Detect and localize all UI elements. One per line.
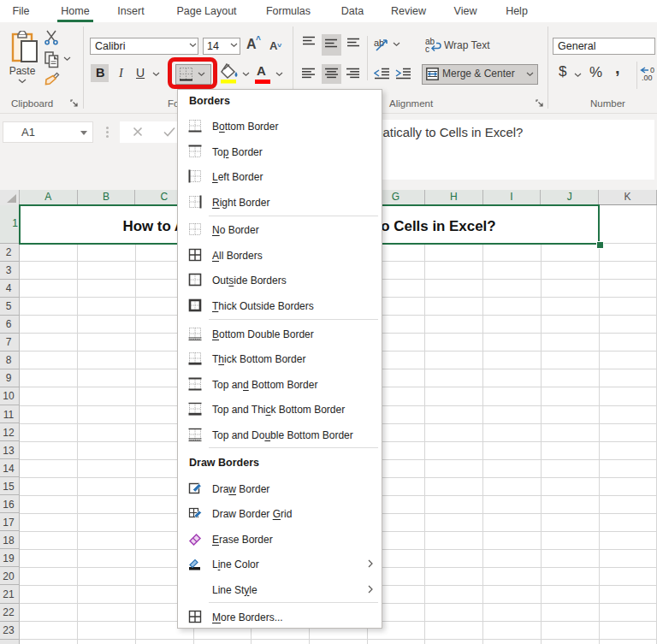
svg-text:ab: ab (374, 38, 384, 48)
svg-text:c: c (425, 44, 429, 53)
svg-text:.00: .00 (642, 74, 653, 81)
